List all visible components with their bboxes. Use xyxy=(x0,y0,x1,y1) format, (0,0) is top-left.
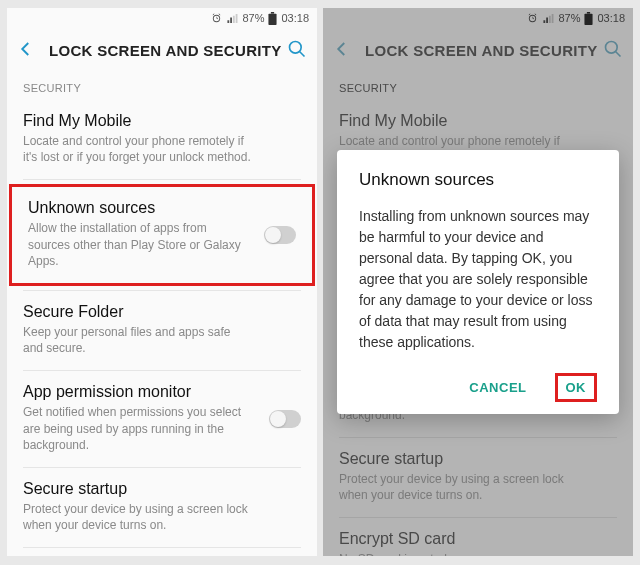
app-header: LOCK SCREEN AND SECURITY xyxy=(7,28,317,72)
search-icon[interactable] xyxy=(287,39,307,62)
svg-rect-1 xyxy=(271,12,274,14)
toggle-unknown-sources[interactable] xyxy=(264,226,296,244)
dialog-title: Unknown sources xyxy=(359,170,597,190)
item-title: Unknown sources xyxy=(28,199,296,217)
item-desc: Protect your device by using a screen lo… xyxy=(23,501,301,533)
item-secure-folder[interactable]: Secure Folder Keep your personal files a… xyxy=(7,291,317,370)
svg-rect-2 xyxy=(270,15,277,24)
item-find-my-mobile[interactable]: Find My Mobile Locate and control your p… xyxy=(7,100,317,179)
dialog-unknown-sources: Unknown sources Installing from unknown … xyxy=(337,150,619,414)
status-time: 03:18 xyxy=(281,12,309,24)
page-title: LOCK SCREEN AND SECURITY xyxy=(49,42,287,59)
cancel-button[interactable]: CANCEL xyxy=(465,374,530,401)
toggle-permission-monitor[interactable] xyxy=(269,410,301,428)
highlight-unknown-sources: Unknown sources Allow the installation o… xyxy=(9,184,315,286)
ok-button[interactable]: OK xyxy=(555,373,598,402)
alarm-icon xyxy=(211,13,222,24)
item-desc: Locate and control your phone remotely i… xyxy=(23,133,301,165)
phone-screen-right: 87% 03:18 LOCK SCREEN AND SECURITY SECUR… xyxy=(323,8,633,556)
status-bar: 87% 03:18 xyxy=(7,8,317,28)
battery-pct: 87% xyxy=(242,12,264,24)
svg-point-3 xyxy=(290,41,302,53)
item-title: Secure Folder xyxy=(23,303,301,321)
divider xyxy=(23,179,301,180)
phone-screen-left: 87% 03:18 LOCK SCREEN AND SECURITY SECUR… xyxy=(7,8,317,556)
item-title: App permission monitor xyxy=(23,383,301,401)
back-icon[interactable] xyxy=(17,40,35,61)
item-unknown-sources[interactable]: Unknown sources Allow the installation o… xyxy=(12,187,312,283)
dialog-actions: CANCEL OK xyxy=(359,373,597,402)
dialog-text: Installing from unknown sources may be h… xyxy=(359,206,597,353)
item-app-permission-monitor[interactable]: App permission monitor Get notified when… xyxy=(7,371,317,467)
battery-icon xyxy=(268,12,277,25)
signal-icon xyxy=(226,13,238,24)
item-desc: Allow the installation of apps from sour… xyxy=(28,220,296,269)
section-security: SECURITY xyxy=(7,72,317,100)
item-desc: Keep your personal files and apps safe a… xyxy=(23,324,301,356)
item-secure-startup[interactable]: Secure startup Protect your device by us… xyxy=(7,468,317,547)
item-encrypt-sd[interactable]: Encrypt SD card No SD card inserted xyxy=(7,548,317,556)
item-title: Find My Mobile xyxy=(23,112,301,130)
item-desc: Get notified when permissions you select… xyxy=(23,404,301,453)
item-title: Secure startup xyxy=(23,480,301,498)
